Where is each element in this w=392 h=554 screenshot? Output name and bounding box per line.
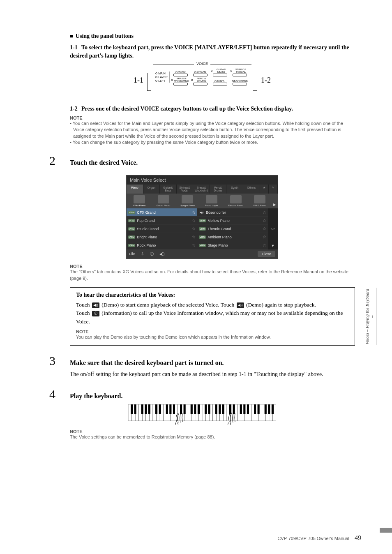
page-number: 49 — [355, 534, 361, 541]
note-label: NOTE — [49, 429, 355, 434]
subcat-fm: FM E.Piano — [248, 195, 272, 207]
svg-rect-48 — [155, 404, 157, 414]
svg-rect-62 — [222, 404, 224, 414]
list-item[interactable]: VRMThemic Grand☆ — [197, 225, 268, 233]
voice-panel-diagram: 1-1 VOICE MAIN LAYER LEFT PIANO ORGAN GU… — [49, 65, 355, 97]
window-title: Main Voice Select — [127, 175, 278, 185]
svg-rect-70 — [265, 404, 267, 414]
voice-category-buttons: PIANO ORGAN GUITAR &BASS STRINGS &VOCAL … — [171, 68, 249, 85]
note-label: NOTE — [49, 115, 355, 120]
tab-others[interactable]: Others — [243, 185, 260, 194]
step-2-heading: 2 Touch the desired Voice. — [49, 155, 355, 167]
list-item[interactable]: ◀))Bösendorfer☆ — [197, 208, 268, 217]
svg-rect-52 — [173, 404, 175, 414]
subcat-vrm: VRM Piano — [127, 195, 151, 207]
list-item[interactable]: VRMStage Piano☆ — [197, 241, 268, 249]
scroll-right-icon[interactable]: ▶ — [272, 202, 277, 207]
svg-rect-43 — [131, 404, 133, 414]
tab-strings[interactable]: Strings& Vocal — [177, 185, 194, 194]
tab-guitar[interactable]: Guitar& Bass — [160, 185, 177, 194]
subcat-grand: Grand Piano — [152, 195, 175, 207]
demo-icon[interactable]: ◀)) — [237, 302, 244, 308]
svg-rect-56 — [194, 404, 196, 414]
svg-rect-57 — [198, 404, 200, 414]
category-tabs[interactable]: Piano Organ Guitar& Bass Strings& Vocal … — [127, 185, 278, 194]
demo-icon[interactable]: ◀)) — [92, 302, 99, 308]
box-title: To hear the characteristics of the Voice… — [76, 292, 349, 298]
note-label: NOTE — [76, 329, 349, 334]
box-line-2: Touch ⓘ (Information) to call up the Voi… — [76, 309, 349, 326]
note-1-bullet-2: • You can change the sub category by pre… — [49, 139, 355, 145]
voice-section-label: VOICE — [194, 62, 210, 66]
svg-rect-47 — [148, 404, 150, 414]
svg-rect-67 — [247, 404, 249, 414]
step-1-1: 1-1To select the keyboard part, press th… — [49, 44, 355, 60]
svg-rect-69 — [258, 404, 260, 414]
svg-rect-49 — [159, 404, 161, 414]
svg-rect-64 — [233, 404, 235, 414]
svg-rect-65 — [240, 404, 242, 414]
panel-heading: ■Using the panel buttons — [49, 33, 355, 39]
save-icon[interactable]: ⇩ — [141, 252, 144, 256]
info-icon[interactable]: ⓘ — [92, 311, 99, 316]
page-footer: CVP-709/CVP-705 Owner's Manual 49 — [277, 534, 361, 542]
keyboard-illustration — [49, 404, 355, 427]
subcat-electric: Electric Piano — [224, 195, 248, 207]
tab-perc[interactable]: Perc& Drums — [210, 185, 227, 194]
tab-custom[interactable]: ✎ — [269, 185, 278, 194]
note-4-text: The Voice settings can be memorized to R… — [49, 434, 355, 440]
svg-rect-63 — [229, 404, 231, 414]
svg-rect-51 — [169, 404, 171, 414]
svg-rect-71 — [268, 404, 270, 414]
list-item[interactable]: VRMCFX Grand☆ — [127, 208, 197, 217]
svg-rect-72 — [272, 404, 274, 414]
svg-rect-45 — [141, 404, 143, 414]
note-2-text: The "Others" tab contains XG Voices and … — [49, 269, 355, 282]
tab-organ[interactable]: Organ — [143, 185, 160, 194]
list-item[interactable]: VRMBright Piano☆ — [127, 233, 197, 241]
svg-rect-46 — [145, 404, 147, 414]
demo-icon[interactable]: ◀)) — [159, 252, 165, 256]
svg-rect-66 — [243, 404, 245, 414]
side-marker — [380, 528, 392, 533]
list-item[interactable]: VRMStudio Grand☆ — [127, 225, 197, 233]
step-4-heading: 4 Play the keyboard. — [49, 388, 355, 400]
screenshot-footer: File ⇩ ⓘ ◀)) Close — [127, 249, 278, 259]
info-icon[interactable]: ⓘ — [150, 252, 154, 257]
list-item[interactable]: VRMAmbient Piano☆ — [197, 233, 268, 241]
main-layer-left-buttons: MAIN LAYER LEFT — [155, 72, 169, 83]
svg-rect-55 — [191, 404, 193, 414]
note-1-bullet-1: • You can select Voices for the Main and… — [49, 120, 355, 139]
page-up-icon[interactable] — [268, 208, 278, 216]
voice-select-screenshot: Main Voice Select Piano Organ Guitar& Ba… — [126, 175, 278, 259]
subcat-layer: Piano Layer — [200, 195, 224, 207]
page-indicator: 1/2 — [268, 216, 278, 242]
step-3-body: The on/off setting for the keyboard part… — [49, 370, 355, 379]
tab-piano[interactable]: Piano — [127, 185, 143, 194]
tab-favorites[interactable]: ★ — [260, 185, 269, 194]
tab-synth[interactable]: Synth — [226, 185, 243, 194]
list-item[interactable]: VRMPop Grand☆ — [127, 217, 197, 225]
page-down-icon[interactable]: ▼ — [268, 242, 278, 249]
svg-rect-60 — [215, 404, 217, 414]
svg-rect-58 — [205, 404, 207, 414]
step-3-heading: 3 Make sure that the desired keyboard pa… — [49, 355, 355, 367]
svg-rect-68 — [254, 404, 256, 414]
close-button[interactable]: Close — [258, 251, 275, 257]
box-note: You can play the Demo also by touching t… — [76, 334, 349, 340]
svg-rect-61 — [219, 404, 221, 414]
svg-rect-53 — [180, 404, 182, 414]
label-1-1: 1-1 — [134, 76, 143, 85]
file-button[interactable]: File — [129, 252, 135, 256]
svg-rect-54 — [184, 404, 186, 414]
step-1-2: 1-2Press one of the desired VOICE catego… — [49, 105, 355, 113]
list-item[interactable]: VRMRock Piano☆ — [127, 241, 197, 249]
svg-rect-59 — [208, 404, 210, 414]
section-side-label: Voices – Playing the Keyboard – — [364, 288, 376, 345]
list-item[interactable]: VRMMellow Piano☆ — [197, 217, 268, 225]
box-line-1: Touch ◀)) (Demo) to start demo playback … — [76, 301, 349, 309]
characteristics-box: To hear the characteristics of the Voice… — [70, 287, 355, 346]
subcategory-row[interactable]: VRM Piano Grand Piano Upright Piano Pian… — [127, 194, 278, 208]
tab-brass[interactable]: Brass& Woodwind — [193, 185, 210, 194]
svg-rect-44 — [134, 404, 136, 414]
